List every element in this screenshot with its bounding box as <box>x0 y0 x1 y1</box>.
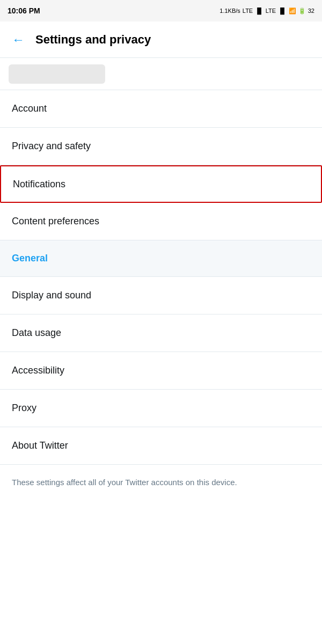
signal-icon: ▐▌ <box>255 8 264 14</box>
search-box[interactable] <box>9 64 105 84</box>
menu-item-data[interactable]: Data usage <box>0 314 322 352</box>
search-area <box>0 58 322 90</box>
menu-top-section: Account Privacy and safety Notifications… <box>0 90 322 240</box>
lte-icon: LTE <box>243 8 253 14</box>
lte2-icon: LTE <box>266 8 276 14</box>
battery-icon: 🔋 <box>298 8 306 14</box>
status-icons: 1.1KB/s LTE ▐▌ LTE ▐▌ 📶 🔋 32 <box>219 8 314 14</box>
page-title: Settings and privacy <box>35 33 151 47</box>
menu-general-section: Display and sound Data usage Accessibili… <box>0 277 322 465</box>
menu-item-accessibility[interactable]: Accessibility <box>0 352 322 390</box>
footer-text: These settings affect all of your Twitte… <box>12 478 237 487</box>
menu-item-about[interactable]: About Twitter <box>0 427 322 465</box>
section-header-label: General <box>12 253 48 264</box>
back-button[interactable]: ← <box>9 30 28 49</box>
menu-item-privacy[interactable]: Privacy and safety <box>0 128 322 165</box>
wifi-icon: 📶 <box>289 8 296 14</box>
battery-level: 32 <box>308 8 314 14</box>
section-header-general: General <box>0 240 322 277</box>
nav-bar: ← Settings and privacy <box>0 21 322 58</box>
menu-item-account[interactable]: Account <box>0 90 322 128</box>
menu-item-proxy[interactable]: Proxy <box>0 390 322 427</box>
signal2-icon: ▐▌ <box>278 8 287 14</box>
network-label: 1.1KB/s <box>219 8 240 14</box>
back-arrow-icon: ← <box>12 32 25 47</box>
menu-item-content[interactable]: Content preferences <box>0 203 322 240</box>
status-time: 10:06 PM <box>8 6 40 15</box>
footer-note: These settings affect all of your Twitte… <box>0 465 322 505</box>
menu-item-display[interactable]: Display and sound <box>0 277 322 314</box>
status-bar: 10:06 PM 1.1KB/s LTE ▐▌ LTE ▐▌ 📶 🔋 32 <box>0 0 322 21</box>
menu-item-notifications[interactable]: Notifications <box>0 165 322 203</box>
